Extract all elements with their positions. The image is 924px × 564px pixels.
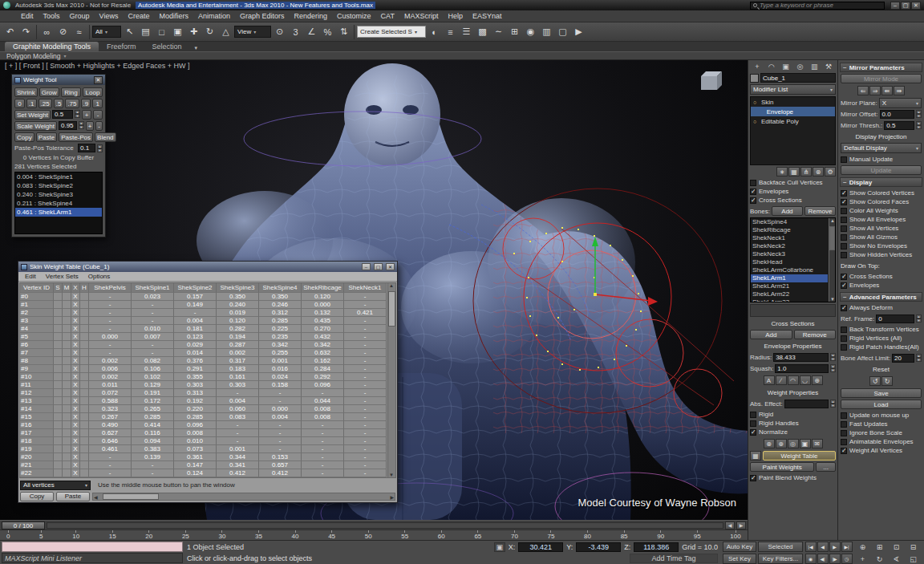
checkbox-row[interactable]: Show All Vertices [841,224,922,233]
play-animation-icon[interactable]: ▶ [829,542,841,552]
falloff-linear-icon[interactable]: ∕ [776,375,787,385]
mirror-paste-blue-to-green-verts-icon[interactable]: ⇛ [894,86,905,95]
modifier-enabled-icon[interactable]: ○ [753,99,759,105]
bone-list-item[interactable]: ShekLArm21 [751,282,828,290]
horizontal-scrollbar[interactable] [92,493,395,501]
table-row[interactable]: #8 X 0.002 0.082 0.376 0.317 0.001 0.162… [20,357,387,365]
weight-preset-button[interactable]: 0 [14,99,25,108]
table-row[interactable]: #14 X 0.323 0.265 0.220 0.060 0.000 0.00… [20,405,387,413]
exclude-vertices-icon[interactable]: ⊗ [764,439,775,448]
layer-manager-icon[interactable]: ☰ [459,24,474,39]
undo-icon[interactable]: ↶ [2,24,18,39]
bone-list-item[interactable]: ShekRibcage [751,226,828,234]
menu-item[interactable]: Graph Editors [235,11,290,21]
checkbox-row[interactable]: Back Transform Vertices [841,325,922,334]
spinner-icon[interactable] [916,110,922,118]
spinner-snap-icon[interactable]: ⇅ [336,24,351,39]
spinner-icon[interactable] [830,400,836,408]
zoom-icon[interactable]: ⊕ [855,542,871,552]
app-logo-icon[interactable] [3,2,10,9]
weight-grow-shrink-button[interactable]: Ring [61,87,81,97]
checkbox-row[interactable]: Show All Gizmos [841,233,922,241]
select-excluded-icon[interactable]: ◎ [788,439,799,448]
vertical-scrollbar[interactable] [829,218,835,302]
table-row[interactable]: #10 X 0.002 0.102 0.355 0.161 0.024 0.29… [20,373,387,381]
weight-list-item[interactable]: 0.240 : ShekSpine3 [15,190,102,199]
tolerance-field[interactable]: 0.1 [78,144,95,152]
bone-list-item[interactable]: ShekNeck2 [751,242,828,250]
angle-snap-icon[interactable]: ∠ [304,24,319,39]
weight-grow-shrink-button[interactable]: Shrink [14,87,38,97]
falloff-slow-icon[interactable]: ◠ [788,375,799,385]
modifier-stack-item[interactable]: ○ Skin [751,97,835,107]
table-row[interactable]: #7 X - - 0.014 0.002 0.255 0.632 - [20,349,387,357]
copy-button[interactable]: Copy [20,492,54,501]
field-of-view-icon[interactable]: ∢ [889,554,905,564]
weight-tool-dialog[interactable]: Weight Tool ✕ ShrinkGrowRingLoop 0.1.25.… [11,74,106,237]
select-and-rotate-icon[interactable]: ↻ [202,24,217,39]
weight-copy-paste-button[interactable]: Blend [95,132,116,142]
add-cross-section-button[interactable]: Add [750,330,792,339]
reference-coordinate-dropdown[interactable]: View [234,26,271,38]
checkbox-row[interactable]: Show Colored Vertices [841,189,922,197]
column-header[interactable]: ShekSpine1 [132,283,174,293]
select-by-name-icon[interactable]: ▤ [138,24,153,39]
weight-copy-paste-button[interactable]: Paste-Pos [59,132,93,142]
render-production-icon[interactable]: ▶ [571,24,586,39]
minimize-button[interactable]: – [890,2,900,10]
spinner-icon[interactable] [830,364,836,372]
column-header[interactable]: ShekSpine2 [174,283,217,293]
squash-field[interactable]: 1.0 [775,364,829,373]
subtract-weight-button[interactable]: - [93,110,103,120]
polygon-modeling-collapsed-panel[interactable]: Polygon Modeling ▾ [0,51,924,60]
checkbox-row[interactable]: Envelopes [750,187,836,196]
paint-options-button[interactable]: ... [816,462,836,472]
column-header[interactable]: Vertex ID [20,283,54,293]
column-header[interactable]: ShekSpine3 [217,283,259,293]
key-filters-button[interactable]: Key Filters... [758,554,803,564]
window-crossing-icon[interactable]: ▣ [170,24,185,39]
falloff-fast-icon[interactable]: ◡ [800,375,811,385]
modifier-stack-item[interactable]: Envelope [751,107,835,116]
weight-list-item[interactable]: 0.083 : ShekSpine2 [15,181,102,190]
bone-list-item[interactable]: ShekLArm1 [751,274,828,282]
graphite-ribbon-toggle-icon[interactable]: ▩ [475,24,490,39]
column-header[interactable]: ShekNeck1 [344,283,387,293]
remove-cross-section-button[interactable]: Remove [794,330,837,339]
weight-preset-button[interactable]: 1 [92,99,103,108]
hierarchy-tab-icon[interactable]: ▣ [780,63,792,71]
previous-frame-arrow-icon[interactable]: ◀ [725,521,735,530]
weight-grow-shrink-button[interactable]: Loop [83,87,103,97]
menu-item[interactable]: Edit [20,273,41,280]
include-vertices-icon[interactable]: ⊕ [776,439,787,448]
save-envelopes-button[interactable]: Save [841,388,922,398]
redo-icon[interactable]: ↷ [18,24,34,39]
table-row[interactable]: #16 X 0.490 0.414 0.096 - - - - [20,421,387,429]
checkbox-row[interactable]: Color All Weights [841,206,922,215]
checkbox-row[interactable]: Weight All Vertices [841,446,922,455]
time-configuration-icon[interactable]: ◷ [841,554,853,564]
absolute-effect-toggle-icon[interactable]: A [764,375,775,385]
use-pivot-point-icon[interactable]: ⊙ [272,24,287,39]
display-projection-dropdown[interactable]: Default Display [841,143,922,153]
pin-stack-icon[interactable]: ∗ [776,167,788,177]
maximize-icon[interactable]: ▢ [374,263,383,270]
track-bar-ruler[interactable]: 0510152025303540455055606570758085909510… [0,530,748,540]
weight-copy-paste-button[interactable]: Paste [36,132,57,142]
weight-list-item[interactable]: 0.211 : ShekSpine4 [15,199,102,208]
column-header[interactable]: H [80,283,89,293]
checkbox-row[interactable]: Show No Envelopes [841,241,922,250]
maximize-viewport-toggle-icon[interactable]: ◱ [906,554,922,564]
table-row[interactable]: #2 X - - - 0.019 0.312 0.132 0.421 [20,309,387,317]
weight-table-titlebar[interactable]: Skin Weight Table (Cube_1) – ▢ ✕ [18,262,397,272]
mirror-plane-dropdown[interactable]: X [879,98,922,108]
checkbox-row[interactable]: Always Deform [841,303,922,312]
show-end-result-icon[interactable]: ▦ [788,167,800,177]
scale-weight-button[interactable]: Scale Weight [14,121,57,131]
close-icon[interactable]: ✕ [94,76,103,84]
next-frame-arrow-icon[interactable]: ▶ [736,521,746,530]
menu-item[interactable]: Tools [38,11,65,21]
table-row[interactable]: #12 X 0.072 0.191 0.313 - - - - [20,389,387,397]
scale-weight-field[interactable]: 0.95 [59,121,77,130]
bind-to-space-warp-icon[interactable]: ≈ [71,24,87,39]
